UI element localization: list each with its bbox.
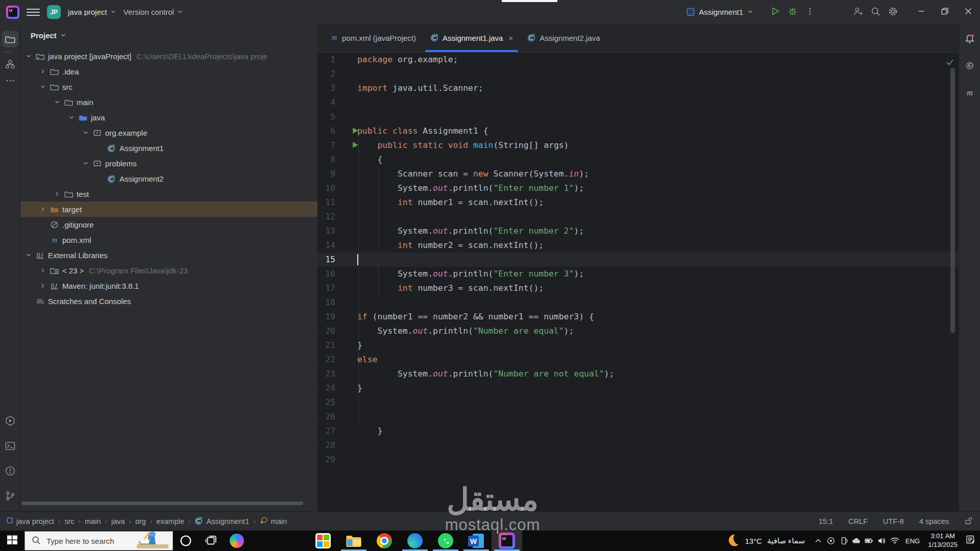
problems-tool-icon[interactable] [2, 463, 18, 479]
tree-item-external-libraries[interactable]: External Libraries [20, 247, 317, 263]
tree-item-23[interactable]: < 23 >C:\Program Files\Java\jdk-23 [20, 263, 317, 278]
start-button[interactable] [0, 531, 24, 551]
taskbar-chrome-icon[interactable] [369, 531, 400, 551]
code-line-29[interactable]: 29 [317, 453, 959, 467]
cloud-icon[interactable] [850, 531, 863, 551]
tree-item-test[interactable]: test [20, 186, 317, 202]
battery-icon[interactable] [863, 531, 876, 551]
cortana-icon[interactable] [173, 531, 199, 551]
line-number[interactable]: 2 [317, 67, 335, 81]
code-line-13[interactable]: 13 System.out.println("Enter number 2"); [317, 224, 959, 238]
code-line-14[interactable]: 14 int number2 = scan.nextInt(); [317, 238, 959, 253]
code-line-25[interactable]: 25 [317, 395, 959, 410]
weather-widget[interactable]: 13°C سماء صافية [725, 533, 805, 549]
tab-pom-xml-javaproject[interactable]: mpom.xml (javaProject) [323, 24, 423, 52]
restore-button[interactable] [933, 0, 957, 24]
line-number[interactable]: 19 [317, 310, 335, 324]
code-line-4[interactable]: 4 [317, 95, 959, 110]
tree-item-maven-junit-junit-3-8-1[interactable]: Maven: junit:junit:3.8.1 [20, 278, 317, 293]
code-line-27[interactable]: 27 } [317, 424, 959, 438]
notifications-icon[interactable] [962, 31, 978, 47]
tree-horizontal-scrollbar[interactable] [21, 502, 303, 505]
tree-item-problems[interactable]: problems [20, 156, 317, 171]
line-number[interactable]: 10 [317, 181, 335, 195]
line-number[interactable]: 26 [317, 410, 335, 424]
taskbar-whatsapp-icon[interactable] [430, 531, 461, 551]
status-15-1[interactable]: 15:1 [819, 517, 833, 525]
settings-button[interactable] [884, 4, 901, 21]
chevron-right-icon[interactable] [38, 267, 48, 273]
chevron-down-icon[interactable] [23, 53, 34, 59]
status-4-spaces[interactable]: 4 spaces [919, 517, 949, 525]
minimize-button[interactable] [910, 0, 933, 24]
chevron-right-icon[interactable] [52, 191, 62, 197]
line-number[interactable]: 29 [317, 453, 335, 467]
line-number[interactable]: 13 [317, 224, 335, 238]
chevron-up-icon[interactable] [812, 531, 825, 551]
language-indicator[interactable]: ENG [901, 537, 924, 545]
line-number[interactable]: 8 [317, 153, 335, 167]
more-tool-windows-icon[interactable] [2, 72, 18, 89]
line-number[interactable]: 5 [317, 110, 335, 124]
taskbar-microsoft-365-icon[interactable] [308, 531, 338, 551]
code-line-9[interactable]: 9 Scanner scan = new Scanner(System.in); [317, 167, 959, 181]
code-line-23[interactable]: 23 System.out.println("Number are not eq… [317, 367, 959, 381]
terminal-tool-icon[interactable] [2, 438, 18, 454]
breadcrumb-example[interactable]: example [156, 517, 184, 525]
status-utf-8[interactable]: UTF-8 [883, 517, 904, 525]
tree-item-target[interactable]: target [20, 202, 317, 217]
chevron-down-icon[interactable] [66, 114, 77, 120]
tree-item-scratches-and-consoles[interactable]: Scratches and Consoles [20, 293, 317, 309]
line-number[interactable]: 14 [317, 238, 335, 253]
maven-panel-icon[interactable]: m [962, 84, 978, 101]
copilot-icon[interactable] [224, 531, 250, 551]
code-line-26[interactable]: 26 [317, 410, 959, 424]
task-view-icon[interactable] [199, 531, 224, 551]
lock-open-icon[interactable] [964, 516, 973, 527]
wifi-icon[interactable] [889, 531, 901, 551]
code-line-16[interactable]: 16 System.out.println("Enter number 3"); [317, 267, 959, 281]
chevron-right-icon[interactable] [38, 283, 48, 289]
code-line-12[interactable]: 12 [317, 210, 959, 224]
line-number[interactable]: 23 [317, 367, 335, 381]
code-line-22[interactable]: 22else [317, 353, 959, 367]
chevron-right-icon[interactable] [38, 68, 48, 74]
line-number[interactable]: 15 [317, 253, 335, 267]
tree-item-gitignore[interactable]: .gitignore [20, 217, 317, 232]
main-menu-icon[interactable] [27, 6, 40, 19]
line-number[interactable]: 28 [317, 438, 335, 453]
action-center-button[interactable] [962, 531, 980, 551]
code-line-6[interactable]: 6public class Assignment1 { [317, 124, 959, 138]
project-tool-icon[interactable] [2, 31, 18, 47]
taskbar-file-explorer-icon[interactable] [338, 531, 369, 551]
services-tool-icon[interactable] [2, 413, 18, 429]
taskbar-search-input[interactable]: Type here to search [24, 531, 173, 550]
line-number[interactable]: 6 [317, 124, 335, 138]
structure-tool-icon[interactable] [2, 56, 18, 72]
chevron-right-icon[interactable] [38, 206, 48, 212]
line-number[interactable]: 4 [317, 95, 335, 110]
breadcrumb-main[interactable]: main [260, 516, 287, 526]
code-line-19[interactable]: 19if (number1 == number2 && number1 == n… [317, 310, 959, 324]
code-line-1[interactable]: 1package org.example; [317, 53, 959, 67]
tab-assignment1-java[interactable]: Assignment1.java× [423, 24, 520, 52]
breadcrumb-main[interactable]: main [85, 517, 101, 525]
debug-button[interactable] [784, 4, 801, 21]
chevron-down-icon[interactable] [23, 252, 34, 258]
close-button[interactable] [957, 0, 980, 24]
code-line-18[interactable]: 18 [317, 295, 959, 310]
code-line-7[interactable]: 7 public static void main(String[] args) [317, 138, 959, 153]
project-avatar[interactable]: JP [47, 5, 61, 19]
chevron-down-icon[interactable] [38, 84, 48, 90]
breadcrumb-org[interactable]: org [135, 517, 146, 525]
code-line-15[interactable]: 15 [317, 253, 959, 267]
line-number[interactable]: 21 [317, 338, 335, 353]
breadcrumb-java[interactable]: java [111, 517, 125, 525]
version-control-menu[interactable]: Version control [124, 8, 183, 16]
search-everywhere-button[interactable] [867, 4, 884, 21]
line-number[interactable]: 25 [317, 395, 335, 410]
chevron-down-icon[interactable] [81, 130, 91, 136]
run-configuration-selector[interactable]: Assignment1 [686, 7, 753, 17]
code-line-20[interactable]: 20 System.out.println("Number are equal"… [317, 324, 959, 338]
tree-item-main[interactable]: main [20, 94, 317, 110]
